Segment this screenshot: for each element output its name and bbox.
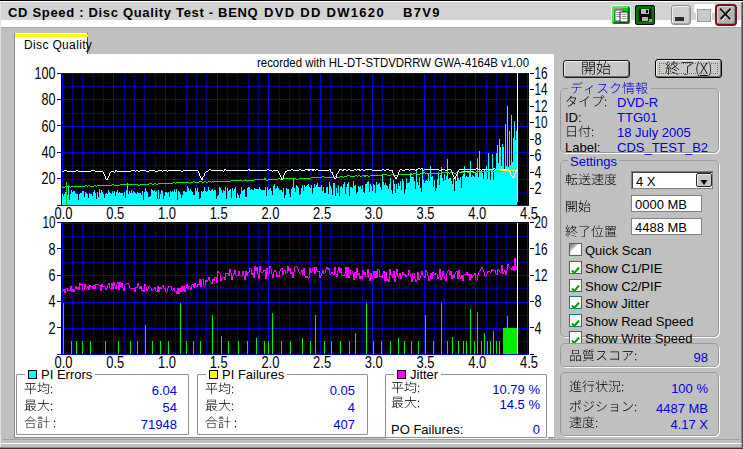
- svg-text:12: 12: [535, 267, 548, 284]
- svg-text:4.0: 4.0: [468, 205, 486, 222]
- svg-text:6: 6: [49, 267, 56, 284]
- svg-text:8: 8: [535, 293, 542, 310]
- svg-text:16: 16: [535, 65, 548, 82]
- svg-text:0.5: 0.5: [106, 205, 124, 222]
- svg-text:10: 10: [535, 114, 548, 131]
- svg-text:40: 40: [42, 144, 56, 161]
- svg-text:80: 80: [42, 91, 56, 108]
- svg-text:recorded with HL-DT-STDVDRRW G: recorded with HL-DT-STDVDRRW GWA-4164B v…: [257, 55, 529, 70]
- svg-text:4: 4: [535, 164, 542, 181]
- svg-text:4.5: 4.5: [520, 354, 538, 371]
- svg-text:20: 20: [42, 170, 56, 187]
- svg-text:0.0: 0.0: [55, 205, 73, 222]
- svg-text:60: 60: [42, 118, 56, 135]
- svg-text:100: 100: [35, 65, 56, 82]
- svg-text:6: 6: [535, 147, 542, 164]
- svg-text:2.5: 2.5: [313, 354, 331, 371]
- svg-text:4: 4: [49, 293, 56, 310]
- svg-text:8: 8: [535, 131, 542, 148]
- svg-text:4.0: 4.0: [468, 354, 486, 371]
- svg-text:3.0: 3.0: [365, 354, 383, 371]
- svg-text:12: 12: [535, 98, 548, 115]
- svg-text:1.0: 1.0: [158, 354, 176, 371]
- svg-text:3.5: 3.5: [417, 205, 435, 222]
- svg-text:10: 10: [43, 214, 56, 231]
- svg-text:14: 14: [535, 81, 548, 98]
- svg-text:3.0: 3.0: [365, 205, 383, 222]
- svg-text:1.0: 1.0: [158, 205, 176, 222]
- svg-text:2.5: 2.5: [313, 205, 331, 222]
- svg-text:0.5: 0.5: [106, 354, 124, 371]
- svg-text:8: 8: [49, 241, 56, 258]
- svg-text:16: 16: [535, 241, 548, 258]
- svg-text:4: 4: [535, 320, 542, 337]
- svg-text:20: 20: [535, 214, 548, 231]
- svg-text:2.0: 2.0: [261, 205, 279, 222]
- svg-text:2: 2: [535, 180, 542, 197]
- svg-text:1.5: 1.5: [210, 205, 228, 222]
- svg-text:2: 2: [49, 320, 56, 337]
